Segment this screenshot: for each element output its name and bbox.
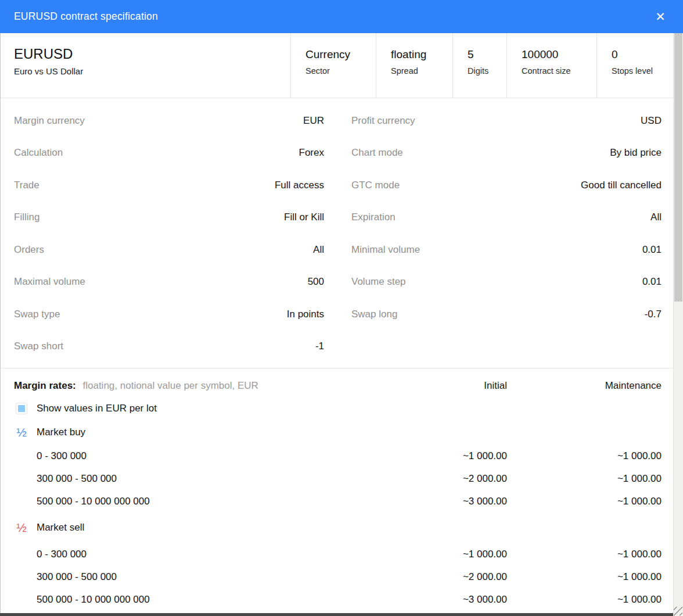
spec-row-swap-short: Swap short -1 [14,331,324,363]
tier-range: 300 000 - 500 000 [14,473,414,485]
show-values-checkbox[interactable] [16,403,27,414]
spec-value: Forex [299,147,324,159]
digits-value: 5 [468,48,506,61]
spec-column-right: Profit currency USD Chart mode By bid pr… [351,105,662,368]
tier-maintenance: ~1 000.00 [507,549,662,560]
tier-maintenance: ~1 000.00 [507,450,662,462]
resize-grip-icon[interactable] [674,607,682,615]
half-fraction-icon-buy: ½ [14,425,29,439]
spec-label: Chart mode [351,147,403,159]
spec-value: Full access [275,180,324,191]
tier-initial: ~1 000.00 [414,549,507,560]
scrollbar-thumb[interactable] [674,33,682,302]
close-icon[interactable]: ✕ [650,7,670,27]
spec-row-filling: Filling Fill or Kill [14,202,324,234]
digits-label: Digits [468,66,506,76]
spec-label: Swap short [14,341,63,352]
spec-label: Orders [14,244,44,256]
table-row: 300 000 - 500 000 ~2 000.00 ~1 000.00 [14,565,662,588]
sector-value: Currency [305,48,376,61]
dialog-titlebar: EURUSD contract specification ✕ [0,0,683,33]
tier-initial: ~2 000.00 [414,473,507,485]
tier-maintenance: ~1 000.00 [507,496,662,507]
margin-rates-subtitle: floating, notional value per symbol, EUR [82,380,258,391]
table-row: 500 000 - 10 000 000 000 ~3 000.00 ~1 00… [14,588,662,611]
symbol-header-row: EURUSD Euro vs US Dollar Currency Sector… [0,33,673,98]
header-cell-contract-size: 100000 Contract size [506,33,596,98]
header-cell-spread: floating Spread [376,33,452,98]
spec-row-trade: Trade Full access [14,169,324,202]
spec-row-margin-currency: Margin currency EUR [14,105,324,137]
symbol-description: Euro vs US Dollar [14,66,290,76]
spec-label: Filling [14,212,39,223]
spec-row-swap-type: Swap type In points [14,298,324,331]
show-values-checkbox-row: Show values in EUR per lot [14,397,662,420]
spec-label: Minimal volume [351,244,420,256]
spec-section: Margin currency EUR Calculation Forex Tr… [0,99,673,368]
contract-specification-dialog: EURUSD contract specification ✕ EURUSD E… [0,0,683,616]
table-row: 300 000 - 500 000 ~2 000.00 ~1 000.00 [14,467,662,490]
header-cell-sector: Currency Sector [290,33,376,98]
table-row: 0 - 300 000 ~1 000.00 ~1 000.00 [14,445,662,467]
spec-row-expiration: Expiration All [351,202,662,234]
spec-label: GTC mode [351,180,400,191]
dialog-left-border [0,33,1,616]
spec-label: Profit currency [351,115,415,127]
spec-value: Fill or Kill [284,212,324,223]
symbol-name: EURUSD [14,46,290,62]
spec-row-minimal-volume: Minimal volume 0.01 [351,234,662,266]
tier-initial: ~3 000.00 [414,496,507,507]
margin-rates-title-line: Margin rates: floating, notional value p… [14,380,414,392]
spec-row-profit-currency: Profit currency USD [351,105,662,137]
spec-value: In points [287,309,324,320]
tier-range: 0 - 300 000 [14,549,414,560]
spec-row-volume-step: Volume step 0.01 [351,266,662,299]
table-row: 0 - 300 000 ~1 000.00 ~1 000.00 [14,543,662,565]
spec-value: By bid price [610,147,662,159]
spec-value: All [313,244,324,256]
spec-row-orders: Orders All [14,234,324,266]
spec-value: 0.01 [642,244,662,256]
spec-row-calculation: Calculation Forex [14,137,324,170]
tier-range: 500 000 - 10 000 000 000 [14,496,414,507]
symbol-cell: EURUSD Euro vs US Dollar [0,33,290,98]
column-header-maintenance: Maintenance [507,380,662,392]
spec-value: All [650,212,662,223]
sector-label: Sector [305,66,376,76]
show-values-checkbox-label[interactable]: Show values in EUR per lot [37,403,157,414]
spec-value: 0.01 [642,276,662,288]
market-buy-label: Market buy [37,427,85,438]
spec-value: EUR [303,115,324,127]
spec-label: Trade [14,180,39,191]
dialog-title: EURUSD contract specification [14,10,158,23]
tier-initial: ~3 000.00 [414,594,507,606]
tier-maintenance: ~1 000.00 [507,594,662,606]
market-sell-label: Market sell [37,522,84,533]
tier-range: 300 000 - 500 000 [14,571,414,583]
spec-row-gtc-mode: GTC mode Good till cancelled [351,169,662,202]
margin-rates-header: Margin rates: floating, notional value p… [14,375,662,397]
spec-row-chart-mode: Chart mode By bid price [351,137,662,170]
market-buy-group-header: ½ Market buy [14,420,662,445]
vertical-scrollbar[interactable] [673,33,683,616]
spec-label: Maximal volume [14,276,85,288]
tier-initial: ~2 000.00 [414,571,507,583]
tier-maintenance: ~1 000.00 [507,473,662,485]
spec-label: Swap long [351,309,397,320]
spread-label: Spread [391,66,452,76]
spec-value: -1 [315,341,324,352]
spec-label: Volume step [351,276,406,288]
spec-row-maximal-volume: Maximal volume 500 [14,266,324,299]
column-header-initial: Initial [414,380,507,392]
contract-size-label: Contract size [522,66,596,76]
table-row: 500 000 - 10 000 000 000 ~3 000.00 ~1 00… [14,490,662,513]
tier-range: 0 - 300 000 [14,450,414,462]
spec-column-left: Margin currency EUR Calculation Forex Tr… [14,105,324,368]
market-sell-group-header: ½ Market sell [14,513,662,543]
spec-value: USD [641,115,662,127]
margin-rates-section: Margin rates: floating, notional value p… [0,369,673,611]
tier-maintenance: ~1 000.00 [507,571,662,583]
stops-level-label: Stops level [612,66,673,76]
spec-label: Swap type [14,309,60,320]
margin-rates-title: Margin rates: [14,380,76,391]
